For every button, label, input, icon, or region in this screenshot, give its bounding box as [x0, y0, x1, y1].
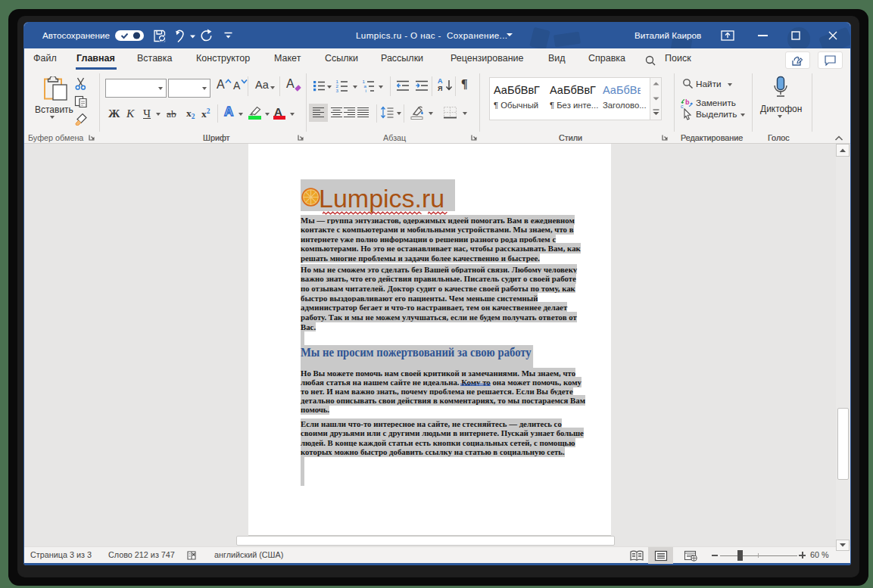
svg-text:i: i — [366, 88, 366, 92]
svg-text:3: 3 — [336, 88, 339, 92]
svg-text:b: b — [685, 98, 690, 106]
